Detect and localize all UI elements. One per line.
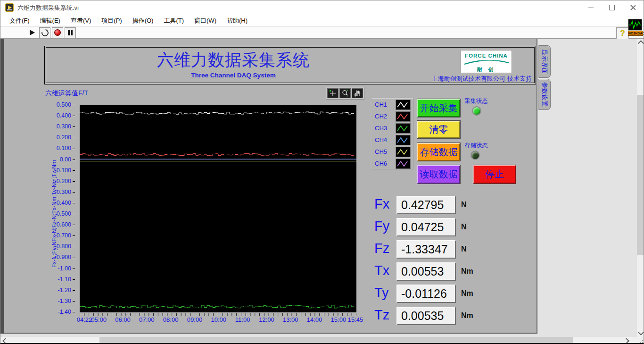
fx-readout-row: Fx0.42795N <box>374 196 506 215</box>
menu-item[interactable]: 窗口(W) <box>189 15 222 27</box>
run-icon <box>30 30 35 35</box>
y-tick-label: -1.10 <box>47 276 75 283</box>
legend-label[interactable]: CH3 <box>375 125 387 132</box>
pan-tool-button[interactable] <box>352 88 363 98</box>
toolbar <box>0 27 644 39</box>
labview-window: 六维力数据采集系统.vi 文件(F)编辑(E)查看(V)项目(P)操作(O)工具… <box>0 0 644 344</box>
cursor-tool-icon <box>329 90 337 97</box>
x-tick-label: 07:00 <box>139 316 155 323</box>
x-tick-label: 12:00 <box>259 316 274 323</box>
legend-row-ch4: CH4 <box>372 134 413 146</box>
legend-label[interactable]: CH1 <box>375 101 387 108</box>
tab-display-page[interactable]: 显示界面 <box>538 45 551 78</box>
storage-status-label: 存储状态 <box>464 142 488 150</box>
legend-swatch-ch5[interactable] <box>396 147 411 157</box>
close-button[interactable] <box>622 0 644 15</box>
legend-label[interactable]: CH6 <box>375 160 387 167</box>
horizontal-scrollbar[interactable] <box>0 337 644 344</box>
waveform-chart-plot-area[interactable] <box>80 105 356 317</box>
legend-label[interactable]: CH2 <box>375 113 387 120</box>
legend-row-ch5: CH5 <box>372 146 413 158</box>
waveform-swatch-icon <box>397 114 407 119</box>
resize-grip[interactable] <box>638 338 643 343</box>
zero-clear-button[interactable]: 清零 <box>417 121 460 138</box>
fy-unit: N <box>461 223 467 231</box>
scroll-right-button[interactable] <box>623 337 631 344</box>
vertical-scrollbar[interactable] <box>637 39 644 337</box>
chevron-right-icon <box>623 338 629 344</box>
legend-swatch-ch2[interactable] <box>396 111 411 122</box>
abort-button[interactable] <box>52 27 63 38</box>
x-tick-label: 06:00 <box>115 316 131 323</box>
vertical-scrollbar-thumb[interactable] <box>637 95 644 255</box>
brand-logo-subtext: 耐 创 <box>461 66 512 73</box>
labview-vi-icon <box>5 3 14 12</box>
run-button[interactable] <box>26 27 38 38</box>
vi-icon-text: NC3HDAQ <box>628 31 643 36</box>
acquisition-status-label: 采集状态 <box>464 97 488 105</box>
tab-parameter-page[interactable]: 参数设置 <box>538 79 551 110</box>
waveform-swatch-icon <box>397 150 407 154</box>
read-data-button[interactable]: 读取数据 <box>417 165 460 184</box>
plot-background <box>80 105 356 312</box>
y-tick-label: -0.600 <box>47 221 75 228</box>
pause-button[interactable] <box>65 27 76 38</box>
horizontal-scrollbar-thumb[interactable] <box>99 337 573 344</box>
legend-swatch-ch1[interactable] <box>396 100 411 110</box>
menu-item[interactable]: 帮助(H) <box>222 15 253 27</box>
titlebar: 六维力数据采集系统.vi <box>0 0 644 15</box>
scroll-up-button[interactable] <box>637 39 644 46</box>
zoom-tool-button[interactable] <box>339 88 351 98</box>
y-tick-label: 0.500 <box>47 101 75 108</box>
start-acquisition-button[interactable]: 开始采集 <box>417 99 460 117</box>
x-tick-label: 10:00 <box>211 316 226 323</box>
fz-label: Fz <box>374 241 389 256</box>
legend-row-ch6: CH6 <box>372 158 413 170</box>
support-text: 上海耐创测试技术有限公司-技术支持 <box>432 75 532 83</box>
menu-item[interactable]: 查看(V) <box>66 15 96 27</box>
legend-swatch-ch3[interactable] <box>396 123 411 134</box>
y-tick-label: -0.700 <box>47 232 75 239</box>
legend-row-ch3: CH3 <box>372 123 413 134</box>
fx-label: Fx <box>374 196 389 212</box>
help-button[interactable]: ? <box>616 27 629 39</box>
stop-button[interactable]: 停止 <box>473 165 516 184</box>
menu-item[interactable]: 工具(T) <box>158 15 189 27</box>
window-title: 六维力数据采集系统.vi <box>17 4 79 12</box>
waveform-swatch-icon <box>397 138 407 143</box>
legend-swatch-ch6[interactable] <box>396 159 411 169</box>
maximize-button[interactable] <box>601 0 623 15</box>
storage-status-led <box>471 151 480 160</box>
y-tick-label: -1.30 <box>47 298 75 304</box>
legend-label[interactable]: CH5 <box>375 148 387 155</box>
brand-swoosh-icon <box>463 60 510 65</box>
x-tick-label: 14:00 <box>307 316 322 323</box>
scroll-left-button[interactable] <box>0 337 8 344</box>
y-tick-label: -0.500 <box>47 210 75 217</box>
x-tick-label: 08:00 <box>163 316 179 323</box>
run-continuous-button[interactable] <box>39 27 50 38</box>
y-tick-label: -0.100 <box>47 167 75 174</box>
legend-swatch-ch4[interactable] <box>396 135 411 145</box>
legend-row-ch2: CH2 <box>372 111 413 123</box>
tz-unit: Nm <box>461 311 473 320</box>
app-title: 六维力数据采集系统 <box>153 49 314 71</box>
waveform-swatch-icon <box>397 161 407 166</box>
scroll-down-button[interactable] <box>637 329 644 337</box>
tx-value: 0.00553 <box>397 265 444 278</box>
tx-label: Tx <box>374 263 389 278</box>
menu-item[interactable]: 编辑(E) <box>35 15 66 27</box>
panel-left-edge <box>0 39 4 334</box>
tx-unit: Nm <box>461 267 473 276</box>
app-subtitle: Three Channel DAQ System <box>153 72 314 79</box>
store-data-button[interactable]: 存储数据 <box>417 143 460 161</box>
menu-item[interactable]: 操作(O) <box>127 15 159 27</box>
cursor-tool-button[interactable] <box>327 88 339 98</box>
ty-readout-row: Ty-0.01126Nm <box>374 285 506 303</box>
channel-legend: CH1CH2CH3CH4CH5CH6 <box>371 98 413 169</box>
legend-label[interactable]: CH4 <box>375 136 387 143</box>
minimize-button[interactable] <box>580 0 602 15</box>
menu-item[interactable]: 项目(P) <box>96 15 127 27</box>
menu-item[interactable]: 文件(F) <box>4 15 35 27</box>
graph-palette <box>326 87 364 100</box>
